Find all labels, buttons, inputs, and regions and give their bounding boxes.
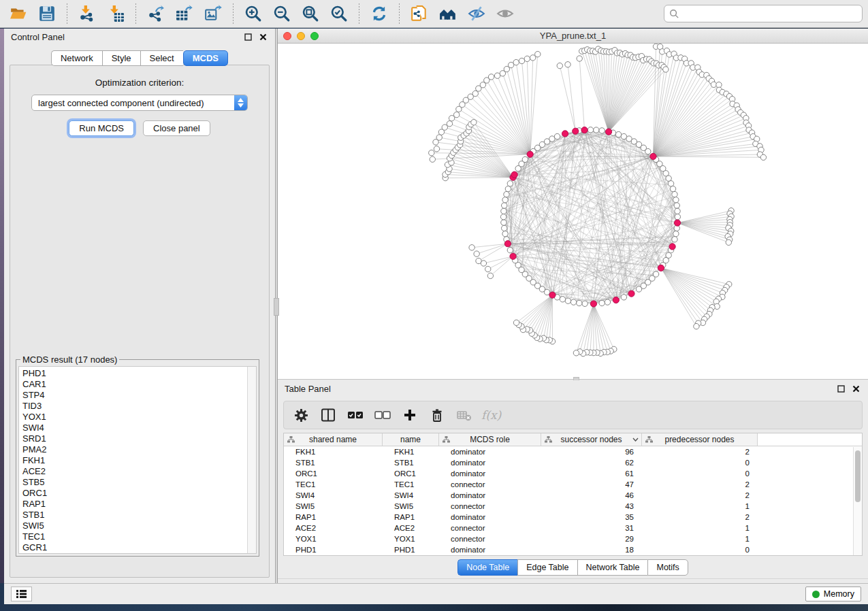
export-image-icon [204, 5, 222, 22]
export-network-button[interactable] [143, 2, 169, 25]
result-node-item[interactable]: CAR1 [22, 379, 247, 390]
memory-button[interactable]: Memory [805, 587, 861, 601]
result-node-item[interactable]: FKH1 [22, 455, 247, 466]
tab-network-table[interactable]: Network Table [577, 559, 648, 576]
search-input[interactable] [683, 9, 857, 19]
table-cell: 47 [541, 479, 642, 490]
result-node-item[interactable]: TID3 [22, 401, 247, 412]
table-cell: connector [439, 479, 541, 490]
column-header-shared-name[interactable]: shared name [284, 433, 383, 446]
column-header-name[interactable]: name [383, 433, 439, 446]
zoom-selected-button[interactable] [326, 2, 352, 25]
delete-table-button[interactable] [454, 405, 475, 425]
result-node-item[interactable]: SWI4 [22, 423, 247, 433]
column-header-predecessor-nodes[interactable]: predecessor nodes [642, 433, 758, 446]
tab-network[interactable]: Network [51, 50, 102, 66]
result-node-item[interactable]: STB5 [22, 477, 247, 488]
result-node-item[interactable]: PHD1 [22, 368, 247, 379]
result-node-item[interactable]: STB1 [22, 510, 247, 521]
close-panel-icon[interactable] [850, 383, 861, 394]
tab-node-table[interactable]: Node Table [457, 559, 517, 576]
table-row[interactable]: TEC1TEC1connector472 [284, 479, 862, 490]
criterion-select[interactable]: largest connected component (undirected) [31, 95, 248, 111]
table-row[interactable]: RAP1RAP1dominator352 [284, 512, 862, 523]
table-settings-button[interactable] [291, 405, 311, 425]
column-header-MCDS-role[interactable]: MCDS role [439, 433, 541, 446]
table-row[interactable]: ORC1ORC1dominator610 [284, 468, 862, 479]
table-row[interactable]: ACE2ACE2connector311 [284, 523, 862, 533]
table-row[interactable]: FKH1FKH1dominator962 [284, 446, 862, 457]
close-panel-button[interactable]: Close panel [143, 120, 210, 136]
close-panel-icon[interactable] [257, 31, 268, 42]
search-field[interactable] [664, 5, 863, 22]
result-list-scrollbar[interactable] [247, 367, 256, 553]
result-node-item[interactable]: GCR1 [22, 542, 247, 553]
deselect-all-button[interactable] [372, 405, 393, 425]
import-table-button[interactable] [103, 2, 129, 25]
run-mcds-button[interactable]: Run MCDS [69, 120, 134, 136]
select-all-button[interactable] [345, 405, 366, 425]
function-builder-button[interactable]: f(x) [481, 408, 501, 422]
tab-select[interactable]: Select [140, 50, 183, 66]
save-button[interactable] [34, 2, 60, 25]
zoom-fit-button[interactable] [298, 2, 323, 25]
hide-selected-button[interactable] [464, 2, 489, 25]
export-image-button[interactable] [200, 2, 226, 25]
result-node-item[interactable]: SWI5 [22, 521, 247, 531]
tab-mcds[interactable]: MCDS [183, 50, 228, 66]
show-all-button[interactable] [492, 2, 518, 25]
scrollbar-thumb[interactable] [855, 450, 861, 502]
result-node-item[interactable]: ACE2 [22, 466, 247, 477]
toolbar-separator [399, 3, 400, 24]
open-file-button[interactable] [5, 2, 31, 25]
table-scrollbar[interactable] [853, 447, 862, 555]
float-panel-icon[interactable] [242, 31, 253, 42]
table-row[interactable]: YOX1YOX1connector291 [284, 533, 862, 544]
table-cell: 1 [642, 533, 758, 544]
status-bar: Memory [4, 583, 868, 604]
eye-slash-icon [468, 5, 485, 22]
import-network-button[interactable] [74, 2, 100, 25]
first-neighbors-button[interactable] [435, 2, 461, 25]
show-column-panel-button[interactable] [318, 405, 338, 425]
memory-status-icon [812, 591, 820, 598]
result-node-item[interactable]: ORC1 [22, 488, 247, 499]
table-cell: YOX1 [284, 533, 383, 544]
app-window: Control Panel NetworkStyleSelectMCDS Opt… [0, 0, 868, 608]
table-row[interactable]: SWI5SWI5connector431 [284, 501, 862, 512]
table-cell: 96 [541, 446, 642, 457]
tab-style[interactable]: Style [102, 50, 140, 66]
table-cell: 2 [642, 479, 758, 490]
task-history-button[interactable] [11, 587, 32, 601]
table-cell: STB1 [284, 457, 383, 468]
delete-column-button[interactable] [427, 405, 447, 425]
float-panel-icon[interactable] [835, 383, 846, 394]
tab-edge-table[interactable]: Edge Table [517, 559, 577, 576]
network-canvas[interactable] [278, 44, 868, 379]
zoom-out-button[interactable] [269, 2, 295, 25]
duplicate-network-button[interactable] [406, 2, 432, 25]
create-column-button[interactable] [400, 405, 420, 425]
result-node-item[interactable]: TEC1 [22, 531, 247, 542]
tab-motifs[interactable]: Motifs [647, 559, 688, 576]
table-panel: Table Panel [278, 380, 868, 583]
table-cell: ORC1 [284, 468, 383, 479]
table-row[interactable]: PHD1PHD1dominator180 [284, 544, 862, 555]
result-node-item[interactable]: SRD1 [22, 433, 247, 444]
export-table-icon [176, 5, 193, 22]
refresh-icon [370, 5, 388, 22]
table-row[interactable]: STB1STB1dominator620 [284, 457, 862, 468]
table-row[interactable]: SWI4SWI4dominator462 [284, 490, 862, 501]
result-node-item[interactable]: RAP1 [22, 499, 247, 510]
main-toolbar [0, 0, 868, 28]
result-node-item[interactable]: PMA2 [22, 444, 247, 455]
zoom-in-button[interactable] [240, 2, 266, 25]
table-cell: ACE2 [383, 523, 439, 533]
result-node-item[interactable]: STP4 [22, 390, 247, 401]
refresh-button[interactable] [366, 2, 392, 25]
column-header-successor-nodes[interactable]: successor nodes [541, 433, 642, 446]
export-table-button[interactable] [172, 2, 197, 25]
mcds-result-list: PHD1CAR1STP4TID3YOX1SWI4SRD1PMA2FKH1ACE2… [19, 367, 247, 553]
splitter-grip[interactable] [274, 298, 279, 316]
result-node-item[interactable]: YOX1 [22, 412, 247, 423]
